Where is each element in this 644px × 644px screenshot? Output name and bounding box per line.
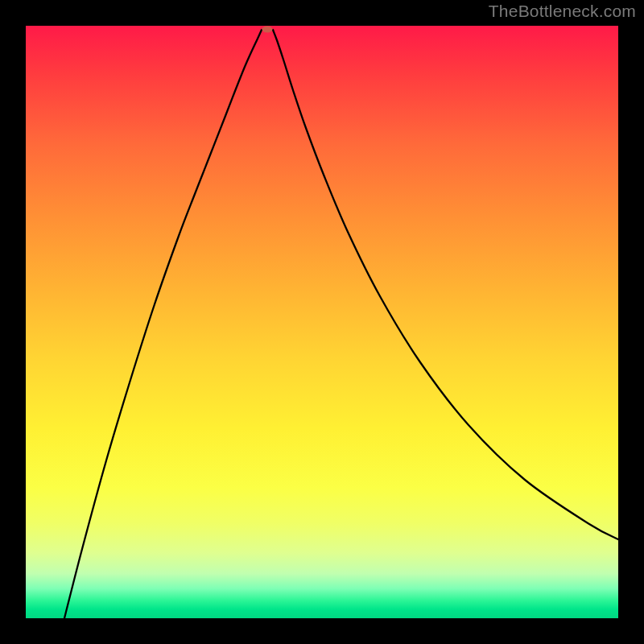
watermark-text: TheBottleneck.com bbox=[489, 2, 636, 21]
bottleneck-curve bbox=[26, 26, 618, 618]
minimum-marker bbox=[262, 27, 273, 33]
chart-frame: TheBottleneck.com bbox=[0, 0, 644, 644]
curve-left-branch bbox=[64, 30, 262, 618]
curve-right-branch bbox=[273, 30, 618, 539]
plot-area bbox=[26, 26, 618, 618]
